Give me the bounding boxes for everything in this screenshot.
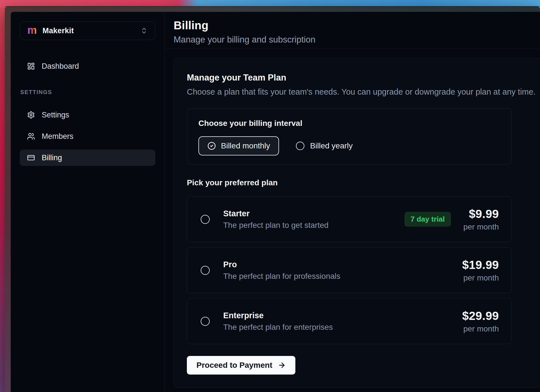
radio-circle-icon: [296, 142, 304, 150]
plan-name: Starter: [223, 209, 329, 218]
plan-name: Pro: [223, 260, 340, 269]
team-selector[interactable]: m Makerkit: [20, 21, 155, 40]
sidebar-item-settings[interactable]: Settings: [20, 107, 155, 123]
plan-pricing: $29.99 per month: [462, 309, 499, 333]
main-content: Billing Manage your billing and subscrip…: [165, 12, 540, 392]
billing-interval-options: Billed monthly Billed yearly: [198, 136, 500, 155]
plan-info: Starter The perfect plan to get started: [223, 209, 329, 230]
window-top-edge: [5, 6, 540, 7]
sidebar: m Makerkit Dashboard: [11, 12, 165, 392]
price-block: $29.99 per month: [462, 309, 499, 333]
plan-name: Enterprise: [223, 311, 333, 320]
billed-monthly-option[interactable]: Billed monthly: [198, 136, 279, 155]
plan-info: Enterprise The perfect plan for enterpri…: [223, 311, 333, 332]
radio-circle-icon[interactable]: [201, 215, 210, 224]
billing-interval-label: Choose your billing interval: [198, 119, 500, 128]
plan-row-pro[interactable]: Pro The perfect plan for professionals $…: [187, 247, 512, 293]
team-name: Makerkit: [43, 26, 74, 35]
dashboard-grid-icon: [27, 62, 35, 70]
radio-circle-icon[interactable]: [201, 266, 210, 275]
users-icon: [27, 132, 35, 140]
billing-interval-box: Choose your billing interval Billed mont…: [187, 108, 512, 165]
card-title: Manage your Team Plan: [187, 73, 540, 83]
plan-description: The perfect plan for enterprises: [223, 323, 333, 332]
trial-badge: 7 day trial: [404, 212, 451, 227]
plan-price: $19.99: [462, 258, 499, 272]
price-block: $19.99 per month: [462, 258, 499, 282]
plan-row-enterprise[interactable]: Enterprise The perfect plan for enterpri…: [187, 298, 512, 344]
billed-monthly-label: Billed monthly: [221, 141, 270, 150]
plan-description: The perfect plan for professionals: [223, 272, 340, 281]
sidebar-nav: Dashboard SETTINGS Settings: [20, 58, 155, 166]
plan-period: per month: [463, 273, 499, 282]
sidebar-section-settings: SETTINGS: [20, 89, 155, 95]
chevrons-up-down-icon: [140, 27, 148, 34]
billed-yearly-option[interactable]: Billed yearly: [296, 141, 353, 150]
radio-circle-icon[interactable]: [201, 317, 210, 326]
arrow-right-icon: [278, 361, 286, 369]
page-subtitle: Manage your billing and subscription: [174, 35, 540, 45]
plan-row-starter[interactable]: Starter The perfect plan to get started …: [187, 196, 512, 242]
sidebar-item-label: Members: [42, 132, 74, 141]
pick-plan-label: Pick your preferred plan: [187, 178, 540, 187]
sidebar-item-dashboard[interactable]: Dashboard: [20, 58, 155, 74]
gear-icon: [27, 111, 35, 119]
credit-card-icon: [27, 154, 35, 162]
makerkit-logo-icon: m: [27, 25, 37, 35]
sidebar-item-billing[interactable]: Billing: [20, 150, 155, 166]
sidebar-item-label: Billing: [42, 153, 62, 162]
plan-period: per month: [463, 222, 499, 231]
card-description: Choose a plan that fits your team's need…: [187, 87, 540, 97]
app-window: m Makerkit Dashboard: [5, 6, 540, 392]
proceed-to-payment-button[interactable]: Proceed to Payment: [187, 356, 295, 375]
price-block: $9.99 per month: [463, 207, 499, 231]
plan-price: $9.99: [469, 207, 499, 221]
window-left-edge: [5, 6, 11, 392]
page-title: Billing: [174, 19, 540, 32]
plan-pricing: 7 day trial $9.99 per month: [404, 207, 499, 231]
proceed-to-payment-label: Proceed to Payment: [196, 361, 272, 370]
billed-yearly-label: Billed yearly: [310, 141, 353, 150]
plan-list: Starter The perfect plan to get started …: [187, 196, 540, 344]
page-body: Manage your Team Plan Choose a plan that…: [165, 48, 540, 388]
app-surface: m Makerkit Dashboard: [11, 12, 540, 392]
plan-description: The perfect plan to get started: [223, 221, 329, 230]
plan-pricing: $19.99 per month: [462, 258, 499, 282]
team-plan-card: Manage your Team Plan Choose a plan that…: [174, 58, 540, 388]
plan-price: $29.99: [462, 309, 499, 323]
check-circle-icon: [207, 142, 216, 150]
plan-period: per month: [463, 324, 499, 333]
plan-info: Pro The perfect plan for professionals: [223, 260, 340, 281]
sidebar-item-label: Dashboard: [42, 62, 79, 71]
sidebar-item-members[interactable]: Members: [20, 128, 155, 144]
page-header: Billing Manage your billing and subscrip…: [165, 12, 540, 48]
sidebar-item-label: Settings: [42, 111, 69, 119]
